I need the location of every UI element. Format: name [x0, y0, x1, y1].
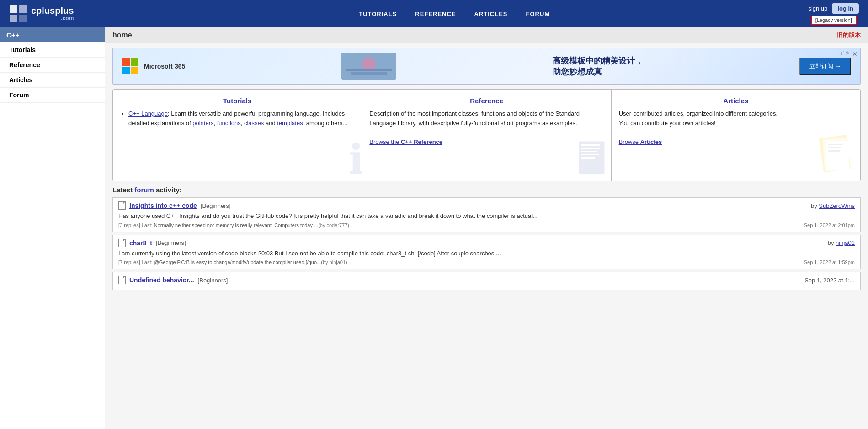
- classes-link[interactable]: classes: [244, 120, 264, 127]
- post-tag-1: [Beginners]: [201, 202, 231, 209]
- forum-post-2: char8_t [Beginners] by ninja01 I am curr…: [112, 235, 861, 270]
- browse-art-prefix: Browse: [619, 138, 640, 145]
- forum-post-3: Undefined behavior... [Beginners] Sep 1,…: [112, 272, 861, 290]
- pointers-link[interactable]: pointers: [192, 120, 213, 127]
- post-icon-3: [118, 276, 126, 284]
- svg-rect-1: [19, 5, 27, 13]
- post-author-1[interactable]: SubZeroWins: [819, 202, 855, 209]
- post-title-link-3[interactable]: Undefined behavior...: [129, 276, 194, 284]
- post-meta-2: [7 replies] Last: @George P.C:B is easy …: [118, 260, 855, 265]
- nav-articles[interactable]: ARTICLES: [474, 11, 508, 17]
- main-content: home 旧的版本 Microsoft 365: [105, 27, 868, 429]
- post-meta-link-2[interactable]: @George P.C:B is easy to change/modify/u…: [154, 260, 321, 265]
- reference-card-body: Description of the most important classe…: [369, 109, 603, 147]
- logo-text: cplusplus .com: [31, 5, 74, 21]
- articles-card-title[interactable]: Articles: [619, 97, 853, 105]
- forum-heading-link[interactable]: forum: [134, 186, 154, 194]
- post-by-1: by SubZeroWins: [811, 202, 855, 209]
- post-title-link-2[interactable]: char8_t: [129, 239, 152, 247]
- post-tag-3: [Beginners]: [198, 277, 228, 284]
- tutorials-card-body: C++ Language: Learn this versatile and p…: [120, 109, 354, 128]
- logo-dotcom: .com: [31, 16, 74, 21]
- post-tag-2: [Beginners]: [156, 239, 186, 246]
- ad-line2: 助您妙想成真: [553, 66, 643, 77]
- post-body-2: I am currently using the latest version …: [118, 249, 855, 258]
- post-title-link-1[interactable]: Insights into c++ code: [129, 202, 197, 209]
- logo-area: cplusplus .com: [9, 5, 101, 23]
- templates-link[interactable]: templates: [277, 120, 303, 127]
- svg-rect-18: [828, 147, 841, 148]
- post-meta-link-1[interactable]: Normally neither speed nor memory is rea…: [154, 222, 318, 228]
- post-title-area-2: char8_t [Beginners]: [118, 239, 186, 247]
- svg-rect-13: [581, 157, 595, 159]
- header: cplusplus .com TUTORIALS REFERENCE ARTIC…: [0, 0, 868, 27]
- ad-product-name: Microsoft 365: [144, 63, 185, 70]
- ms-logo-blue: [122, 67, 130, 74]
- cards-section: Tutorials C++ Language: Learn this versa…: [112, 89, 861, 181]
- post-author-2[interactable]: ninja01: [836, 239, 855, 246]
- post-date-2: Sep 1, 2022 at 1:59pm: [804, 260, 855, 265]
- sidebar-item-articles[interactable]: Articles: [0, 73, 105, 88]
- auth-top: sign up log in: [808, 3, 859, 14]
- logo-name: cplusplus: [31, 5, 74, 16]
- forum-post-1: Insights into c++ code [Beginners] by Su…: [112, 197, 861, 232]
- post-icon-2: [118, 239, 126, 247]
- nav-tutorials[interactable]: TUTORIALS: [359, 11, 397, 17]
- reference-card-title[interactable]: Reference: [369, 97, 603, 105]
- post-body-1: Has anyone used C++ Insights and do you …: [118, 212, 855, 221]
- ad-cta-button[interactable]: 立即订阅 →: [799, 58, 851, 75]
- ad-banner: Microsoft 365 高级模板中的精美设计， 助您妙想成真 立即订阅 → …: [112, 48, 861, 85]
- logo-icon: [9, 5, 27, 23]
- legacy-link[interactable]: 旧的版本: [837, 31, 861, 39]
- forum-section: Latest forum activity: Insights into c++…: [112, 186, 861, 290]
- functions-link[interactable]: functions: [217, 120, 241, 127]
- tutorials-card-title[interactable]: Tutorials: [120, 97, 354, 105]
- ad-chinese-text: 高级模板中的精美设计， 助您妙想成真: [553, 55, 643, 77]
- sidebar-item-reference[interactable]: Reference: [0, 58, 105, 73]
- home-bar: home 旧的版本: [105, 27, 868, 43]
- login-button[interactable]: log in: [832, 3, 859, 14]
- ad-left: Microsoft 365: [122, 58, 185, 74]
- reference-body-text: Description of the most important classe…: [369, 110, 580, 127]
- legacy-version-button[interactable]: [Legacy version]: [811, 16, 857, 25]
- svg-rect-3: [19, 15, 27, 22]
- sidebar-item-tutorials[interactable]: Tutorials: [0, 42, 105, 58]
- post-date-1: Sep 1, 2022 at 2:01pm: [804, 222, 855, 228]
- ad-line1: 高级模板中的精美设计，: [553, 55, 643, 66]
- ms-logo-green: [131, 58, 138, 66]
- post-icon-1: [118, 201, 126, 210]
- cpp-language-link[interactable]: C++ Language: [128, 110, 168, 117]
- svg-rect-6: [346, 69, 392, 71]
- post-by-3: Sep 1, 2022 at 1:...: [804, 277, 855, 284]
- nav-reference[interactable]: REFERENCE: [415, 11, 456, 17]
- post-top-2: char8_t [Beginners] by ninja01: [118, 239, 855, 247]
- svg-rect-2: [10, 15, 17, 22]
- articles-card-body: User-contributed articles, organized int…: [619, 109, 853, 147]
- browse-ref-bold: C++ Reference: [401, 138, 442, 145]
- browse-reference-link[interactable]: Browse the C++ Reference: [369, 138, 442, 145]
- auth-area: sign up log in [Legacy version]: [808, 3, 859, 25]
- post-top-1: Insights into c++ code [Beginners] by Su…: [118, 201, 855, 210]
- sidebar: C++ Tutorials Reference Articles Forum: [0, 27, 105, 429]
- reference-card: Reference Description of the most import…: [362, 90, 611, 181]
- ms-logo-yellow: [131, 67, 138, 74]
- layout: C++ Tutorials Reference Articles Forum h…: [0, 27, 868, 429]
- main-nav: TUTORIALS REFERENCE ARTICLES FORUM: [101, 11, 808, 17]
- articles-card: Articles User-contributed articles, orga…: [612, 90, 860, 181]
- nav-forum[interactable]: FORUM: [526, 11, 550, 17]
- microsoft-logo: [122, 58, 138, 74]
- ad-label: 广告: [841, 50, 850, 57]
- post-meta-1: [3 replies] Last: Normally neither speed…: [118, 222, 855, 228]
- svg-rect-0: [10, 5, 17, 13]
- post-top-3: Undefined behavior... [Beginners] Sep 1,…: [118, 276, 855, 284]
- post-title-area-3: Undefined behavior... [Beginners]: [118, 276, 228, 284]
- browse-art-bold: Articles: [640, 138, 662, 145]
- svg-rect-19: [828, 150, 840, 152]
- sign-up-link[interactable]: sign up: [808, 5, 827, 12]
- ad-image: [341, 53, 396, 80]
- sidebar-item-forum[interactable]: Forum: [0, 88, 105, 103]
- post-by-2: by ninja01: [828, 239, 855, 246]
- svg-rect-10: [581, 148, 600, 149]
- ad-close-button[interactable]: ✕: [852, 50, 857, 58]
- browse-articles-link[interactable]: Browse Articles: [619, 138, 662, 145]
